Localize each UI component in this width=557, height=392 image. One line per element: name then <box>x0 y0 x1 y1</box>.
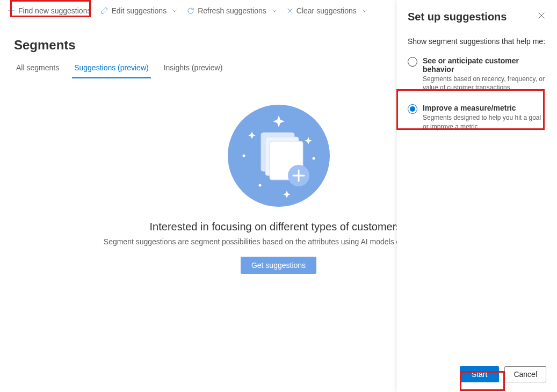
chevron-down-icon <box>172 8 177 13</box>
edit-suggestions-button[interactable]: Edit suggestions <box>96 4 182 17</box>
panel-title: Set up suggestions <box>408 11 507 23</box>
suggestions-illustration-icon <box>228 105 330 207</box>
cancel-button[interactable]: Cancel <box>504 366 546 382</box>
clear-suggestions-label: Clear suggestions <box>296 6 357 15</box>
edit-icon <box>100 7 108 14</box>
chevron-down-icon <box>272 8 277 13</box>
get-suggestions-button[interactable]: Get suggestions <box>241 257 316 274</box>
svg-point-3 <box>258 184 261 187</box>
refresh-suggestions-label: Refresh suggestions <box>198 6 266 15</box>
start-button[interactable]: Start <box>460 366 500 382</box>
refresh-suggestions-button[interactable]: Refresh suggestions <box>183 4 281 17</box>
tab-insights[interactable]: Insights (preview) <box>162 60 225 78</box>
radio-option-improve-measure[interactable]: Improve a measure/metric Segments design… <box>408 103 546 132</box>
chevron-down-icon <box>362 8 367 13</box>
radio-option-customer-behavior[interactable]: See or anticipate customer behavior Segm… <box>408 55 546 93</box>
tab-all-segments[interactable]: All segments <box>14 60 61 78</box>
app-root: Find new suggestions Edit suggestions Re… <box>0 0 557 392</box>
svg-point-1 <box>242 155 245 157</box>
find-new-suggestions-label: Find new suggestions <box>18 6 91 15</box>
panel-prompt: Show segment suggestions that help me: <box>408 37 546 46</box>
panel-close-button[interactable] <box>537 11 546 20</box>
svg-point-2 <box>312 157 315 160</box>
edit-suggestions-label: Edit suggestions <box>111 6 167 15</box>
empty-heading: Interested in focusing on different type… <box>150 221 408 233</box>
radio-label-customer-behavior: See or anticipate customer behavior <box>423 56 546 74</box>
tab-suggestions[interactable]: Suggestions (preview) <box>72 60 151 78</box>
refresh-icon <box>187 7 194 14</box>
panel-header: Set up suggestions <box>408 11 546 23</box>
radio-desc-improve-measure: Segments designed to help you hit a goal… <box>423 113 546 130</box>
radio-unchecked-icon <box>408 57 417 67</box>
find-new-suggestions-button[interactable]: Find new suggestions <box>3 4 95 17</box>
close-icon <box>287 8 293 14</box>
clear-suggestions-button[interactable]: Clear suggestions <box>283 4 372 17</box>
radio-label-improve-measure: Improve a measure/metric <box>423 104 546 112</box>
plus-icon <box>8 7 15 14</box>
panel-footer: Start Cancel <box>408 360 546 392</box>
radio-checked-icon <box>408 104 417 114</box>
setup-suggestions-panel: Set up suggestions Show segment suggesti… <box>397 0 557 392</box>
suggestion-type-radio-group: See or anticipate customer behavior Segm… <box>408 55 546 132</box>
radio-desc-customer-behavior: Segments based on recency, frequency, or… <box>423 75 546 92</box>
